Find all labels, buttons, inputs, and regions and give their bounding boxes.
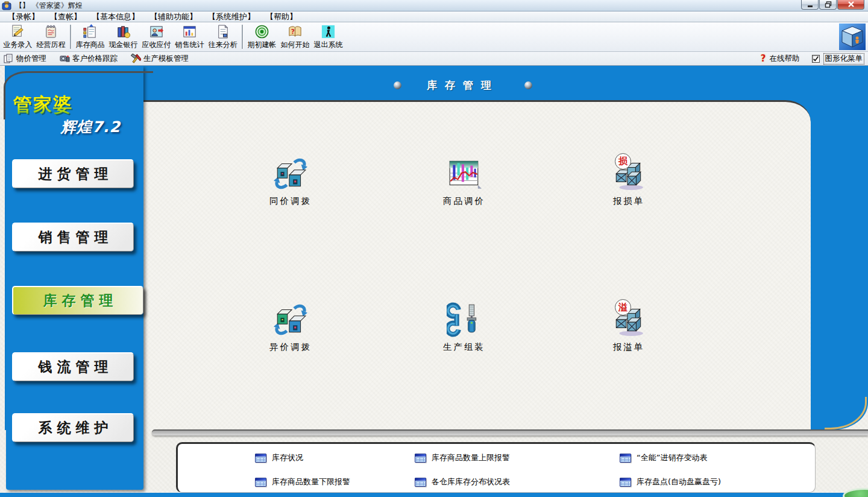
exit-system-button[interactable]: 退出系统 [312,23,345,51]
shortcut-diff-price-transfer[interactable]: 异价调拨 [245,302,336,353]
main-toolbar: 业务录入 经营历程 库存商品 现金银行 应收应付 销售统计 往来分析 [0,22,868,52]
title-bar: 【】 《管家婆》辉煌 [0,0,868,11]
production-template-icon [131,54,141,63]
contacts-analysis-button[interactable]: 往来分析 [206,23,239,51]
sales-statistics-button[interactable]: 销售统计 [173,23,206,51]
menu-item-system-maintenance[interactable]: 【系统维护】 [203,11,260,22]
how-to-start-button[interactable]: ? 如何开始 [278,23,312,51]
operation-history-icon [43,24,58,39]
graphical-menu-label[interactable]: 图形化菜单 [823,53,865,65]
online-help-label[interactable]: 在线帮助 [770,54,800,64]
minimize-button[interactable] [801,0,819,10]
report-lower-limit-alert[interactable]: 库存商品数量下限报警 [255,476,350,487]
shortcut-goods-price-adjustment[interactable]: 商品调价 [419,156,509,207]
how-to-start-icon: ? [288,24,303,39]
report-panel: 库存状况 库存商品数量上限报警 “全能”进销存变动表 库存商品数量下限报警 各仓… [176,442,816,493]
report-warehouse-distribution[interactable]: 各仓库库存分布状况表 [415,476,510,487]
table-icon [255,454,266,463]
shortcut-same-price-transfer[interactable]: 同价调拨 [245,156,336,207]
toolbar2-right-group: ? 在线帮助 图形化菜单 [761,53,864,65]
brand-version-text: 辉煌7.2 [61,117,121,137]
window-controls [800,0,864,10]
section-header: 库存管理 [143,74,782,96]
menu-item-auxiliary-functions[interactable]: 【辅助功能】 [145,11,203,22]
production-template-button[interactable]: 生产模板管理 [131,54,189,64]
green-corner-ornament [843,488,868,497]
sphere-bullet-icon [524,81,532,89]
table-icon [255,478,266,487]
shortcut-overflow-report[interactable]: 溢 报溢单 [583,302,674,353]
svg-text:?: ? [291,28,295,35]
menu-item-bookkeeping[interactable]: 【录帐】 [2,11,45,22]
main-content-panel [143,100,811,430]
brand-cube-logo [839,24,866,50]
report-stocktaking[interactable]: 库存盘点(自动盘赢盘亏) [620,476,721,487]
production-assembly-icon [447,302,482,337]
customer-price-tracking-button[interactable]: 客户价格跟踪 [60,54,118,64]
cash-bank-button[interactable]: 现金银行 [107,23,140,51]
receivables-payables-button[interactable]: 应收应付 [140,23,173,51]
sidebar-item-purchase-management[interactable]: 进货管理 [12,159,134,188]
sidebar-item-cash-flow-management[interactable]: 钱流管理 [12,352,134,381]
toolbar-separator [70,25,71,49]
inventory-goods-button[interactable]: 库存商品 [74,23,107,51]
sphere-bullet-icon [394,81,401,89]
page-title: 库存管理 [427,78,499,92]
loss-badge: 损 [615,153,631,169]
sidebar-item-sales-management[interactable]: 销售管理 [12,223,134,252]
table-icon [415,478,426,487]
menu-bar: 【录帐】 【查帐】 【基本信息】 【辅助功能】 【系统维护】 【帮助】 [0,11,868,22]
menu-item-check-accounts[interactable]: 【查帐】 [45,11,87,22]
restore-icon [825,1,832,8]
report-almighty-purchase-sale-stock-changes[interactable]: “全能”进销存变动表 [620,452,707,463]
sidebar-item-system-maintenance[interactable]: 系统维护 [12,413,134,442]
minimize-icon [807,2,814,8]
goods-price-adjustment-icon [447,156,482,191]
toolbar-separator [242,25,243,49]
sales-statistics-icon [182,24,197,39]
bottom-blue-strip [0,493,868,497]
initial-account-setup-button[interactable]: 期初建帐 [245,23,278,51]
operation-history-button[interactable]: 经营历程 [34,23,68,51]
restore-button[interactable] [819,0,837,10]
price-management-icon [4,54,14,63]
sidebar-item-inventory-management[interactable]: 库存管理 [12,286,143,315]
exit-system-icon [321,24,336,39]
price-management-button[interactable]: 物价管理 [4,54,46,64]
desktop-area: 库存管理 管家婆 辉煌7.2 进货管理 销售管理 库存管理 钱流管理 系统维护 [0,66,868,497]
business-entry-icon [10,24,25,39]
close-icon [848,1,855,8]
gold-corner-accent [825,397,867,429]
same-price-transfer-icon [273,156,308,191]
shortcut-loss-report[interactable]: 损 报损单 [583,156,674,207]
menu-item-help[interactable]: 【帮助】 [260,11,303,22]
contacts-analysis-icon [215,24,230,39]
sidebar: 管家婆 辉煌7.2 进货管理 销售管理 库存管理 钱流管理 系统维护 [6,66,143,490]
business-entry-button[interactable]: 业务录入 [1,23,34,51]
close-button[interactable] [837,0,864,10]
diff-price-transfer-icon [273,302,308,337]
bottom-divider [152,429,868,435]
checkmark-icon [813,55,819,62]
customer-price-tracking-icon [60,54,70,63]
secondary-toolbar: 物价管理 客户价格跟踪 生产模板管理 ? 在线帮助 图形化菜单 [0,52,868,66]
table-icon [620,478,631,487]
receivables-payables-icon [149,24,164,39]
app-icon [2,1,11,10]
initial-account-setup-icon [254,24,269,39]
report-inventory-status[interactable]: 库存状况 [255,452,303,463]
graphical-menu-checkbox[interactable] [812,55,820,63]
app-window: 【】 《管家婆》辉煌 【录帐】 【查帐】 【基本信息】 【辅助功能】 【系统维护… [0,0,868,497]
brand-logo-text: 管家婆 [13,92,73,118]
window-title: 【】 《管家婆》辉煌 [15,1,83,11]
table-icon [415,454,426,463]
report-upper-limit-alert[interactable]: 库存商品数量上限报警 [415,452,510,463]
overflow-badge: 溢 [615,299,631,315]
menu-item-basic-info[interactable]: 【基本信息】 [87,11,145,22]
inventory-goods-icon [83,24,98,39]
table-icon [620,454,631,463]
shortcut-production-assembly[interactable]: 生产组装 [419,302,509,353]
cash-bank-icon [116,24,131,39]
online-help-icon[interactable]: ? [761,53,766,64]
